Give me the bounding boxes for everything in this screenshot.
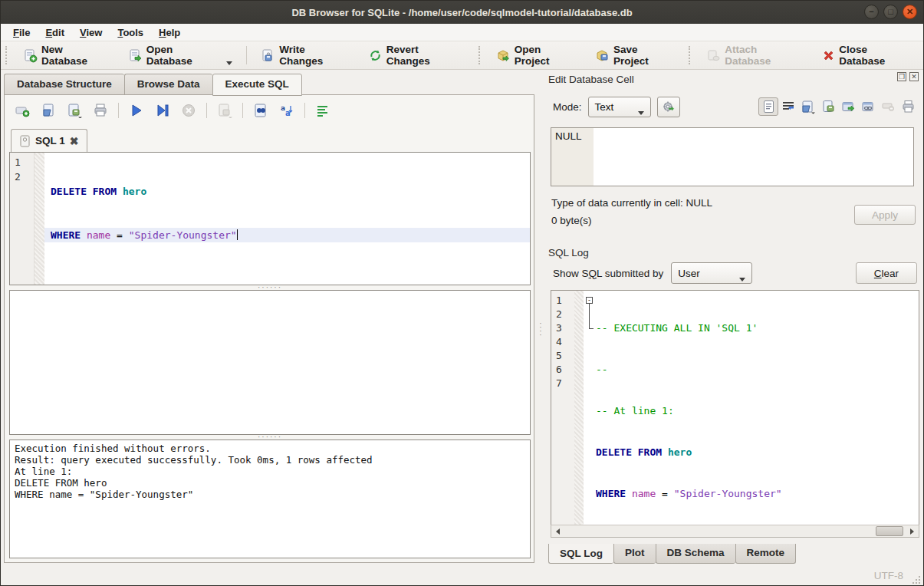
sql-editor[interactable]: 1 2 DELETE FROM hero WHERE name = "Spide…	[9, 152, 531, 285]
apply-button: Apply	[854, 205, 916, 225]
cell-mode-row: Mode: Text	[550, 95, 918, 118]
open-database-button[interactable]: Open Database	[123, 41, 237, 70]
open-project-icon	[496, 48, 511, 63]
execute-current-line-button[interactable]	[154, 102, 171, 119]
open-database-dropdown[interactable]	[226, 61, 232, 65]
word-wrap-icon	[781, 100, 795, 114]
vertical-splitter[interactable]: ····	[536, 94, 545, 563]
encoding-indicator[interactable]: UTF-8	[874, 570, 903, 581]
submitted-by-select[interactable]: User	[671, 262, 752, 284]
sql-toolbar: aa	[14, 100, 331, 121]
sql-code-area[interactable]: DELETE FROM hero WHERE name = "Spider-Yo…	[44, 153, 530, 285]
new-sql-tab-button[interactable]	[14, 102, 31, 119]
tab-database-structure[interactable]: Database Structure	[4, 74, 124, 96]
sql-line-2-current: WHERE name = "Spider-Youngster"	[44, 228, 530, 242]
log-code-area[interactable]: -- EXECUTING ALL IN 'SQL 1' -- -- At lin…	[596, 291, 919, 537]
sql-log-dock-title: SQL Log ❐ ✕	[547, 245, 922, 260]
log-marker-strip	[574, 291, 584, 537]
open-in-external-app-button[interactable]	[838, 97, 858, 116]
print-sql-button[interactable]	[92, 102, 109, 119]
results-grid[interactable]	[9, 290, 531, 435]
toolbar-drag-handle[interactable]	[689, 46, 692, 64]
toolbar-separator	[242, 103, 243, 118]
execution-status-log[interactable]: Execution finished without errors. Resul…	[9, 440, 531, 558]
scroll-right-arrow[interactable]	[906, 525, 918, 537]
menu-tools[interactable]: Tools	[110, 25, 151, 40]
auto-switch-mode-button[interactable]	[657, 97, 680, 117]
menubar: File Edit View Tools Help	[1, 24, 923, 41]
tab-execute-sql[interactable]: Execute SQL	[212, 74, 302, 96]
format-sql-button[interactable]: aa	[278, 102, 295, 119]
right-dock: Edit Database Cell ❐ ✕ Mode: Text	[547, 70, 922, 565]
close-dock-icon[interactable]: ✕	[909, 72, 919, 81]
menu-edit[interactable]: Edit	[38, 25, 72, 40]
window-controls: − □ ✕	[864, 5, 917, 19]
execute-sql-button[interactable]	[128, 102, 145, 119]
print-icon	[93, 103, 108, 118]
tab-browse-data[interactable]: Browse Data	[124, 74, 212, 96]
execute-icon	[130, 104, 143, 117]
scroll-left-arrow[interactable]	[551, 525, 564, 537]
resize-grip[interactable]	[912, 576, 920, 584]
mode-label: Mode:	[553, 101, 582, 113]
set-null-button	[878, 97, 898, 116]
import-cell-data-button[interactable]	[798, 97, 818, 116]
attach-database-button: Attach Database	[702, 41, 810, 70]
log-line-5: WHERE name = "Spider-Youngster"	[596, 487, 919, 501]
open-sql-file-button[interactable]	[40, 102, 57, 119]
sql-document-tab[interactable]: SQL 1 ✖	[11, 129, 87, 152]
attach-database-icon	[706, 48, 721, 63]
float-dock-icon[interactable]: ❐	[897, 72, 906, 81]
save-sql-file-button[interactable]	[66, 102, 83, 119]
export-cell-data-button[interactable]	[818, 97, 838, 116]
clear-log-button[interactable]: Clear	[856, 262, 917, 284]
fold-toggle-icon[interactable]: -	[586, 297, 593, 304]
external-app-icon	[841, 100, 856, 114]
new-sql-tab-icon	[15, 103, 30, 118]
dock-tab-plot[interactable]: Plot	[613, 544, 656, 564]
cell-value: NULL	[555, 130, 582, 142]
menu-help[interactable]: Help	[151, 25, 188, 40]
cell-editor-area[interactable]	[594, 128, 913, 186]
text-mode-button[interactable]	[758, 97, 778, 116]
menu-view[interactable]: View	[72, 25, 110, 40]
menu-file[interactable]: File	[5, 25, 38, 40]
dock-tab-db-schema[interactable]: DB Schema	[656, 544, 735, 564]
toolbar-separator	[304, 103, 305, 118]
close-button[interactable]: ✕	[903, 5, 917, 19]
close-sql-tab-icon[interactable]: ✖	[70, 135, 79, 147]
cell-size-info: 0 byte(s)	[551, 215, 592, 226]
titlebar[interactable]: DB Browser for SQLite - /home/user/code/…	[1, 1, 923, 24]
word-wrap-button[interactable]	[314, 102, 331, 119]
write-changes-button[interactable]: Write Changes	[256, 41, 356, 70]
toolbar-separator	[246, 46, 247, 64]
log-line-number-gutter: 1 2 3 4 5 6 7	[551, 291, 574, 537]
execute-line-icon	[156, 104, 169, 117]
save-results-icon	[216, 103, 233, 118]
stop-execution-button	[180, 102, 197, 119]
sql-log-filter-row: Show SQL submitted by User Clear	[550, 262, 919, 285]
find-in-sql-button[interactable]	[252, 102, 269, 119]
dock-tab-sql-log[interactable]: SQL Log	[548, 544, 613, 564]
toolbar-drag-handle[interactable]	[478, 46, 482, 64]
save-project-button[interactable]: Save Project	[590, 41, 679, 70]
mode-select[interactable]: Text	[588, 97, 651, 117]
sql-log-view[interactable]: 1 2 3 4 5 6 7 - -- EXECUTING ALL IN 'SQL…	[551, 290, 919, 538]
new-database-button[interactable]: New Database	[18, 41, 116, 70]
svg-text:a: a	[285, 109, 291, 117]
log-horizontal-scrollbar[interactable]	[551, 525, 919, 538]
sql-tab-label: SQL 1	[35, 135, 65, 146]
toolbar-drag-handle[interactable]	[5, 46, 9, 64]
minimize-button[interactable]: −	[864, 5, 879, 19]
close-database-button[interactable]: Close Database	[817, 41, 920, 70]
dock-tab-remote[interactable]: Remote	[735, 544, 797, 564]
revert-changes-button[interactable]: Revert Changes	[363, 41, 469, 70]
scrollbar-thumb[interactable]	[876, 526, 903, 536]
save-results-button	[216, 102, 233, 119]
copy-link-button[interactable]	[858, 97, 878, 116]
print-cell-button[interactable]	[898, 97, 918, 116]
cell-editor-box[interactable]: NULL	[551, 127, 914, 186]
open-project-button[interactable]: Open Project	[492, 41, 583, 70]
word-wrap-cell-button[interactable]	[778, 97, 798, 116]
maximize-button[interactable]: □	[883, 5, 898, 19]
